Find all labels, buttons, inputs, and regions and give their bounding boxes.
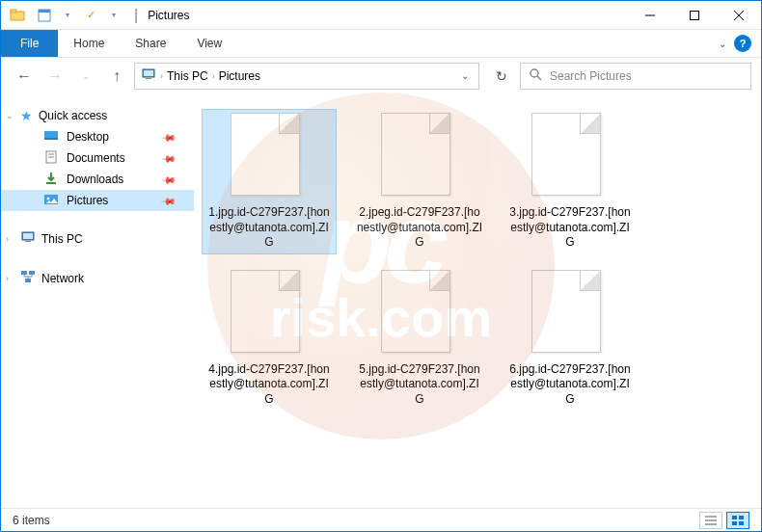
sidebar-label: Desktop [67,130,109,144]
sidebar-label: This PC [41,232,83,246]
up-button[interactable]: ↑ [103,63,130,90]
file-tab[interactable]: File [1,30,58,57]
chevron-down-icon: ⌄ [461,70,469,81]
breadcrumb-thispc[interactable]: This PC [167,69,208,83]
svg-rect-1 [11,10,16,13]
svg-rect-23 [25,241,31,242]
sidebar-item-network[interactable]: › Network [1,266,194,290]
qa-dropdown-icon[interactable]: ▾ [57,5,78,26]
ribbon-expand-icon[interactable]: ⌄ [719,39,726,49]
sidebar-item-desktop[interactable]: Desktop 📌 [1,126,194,147]
qa-dropdown2-icon[interactable]: ▾ [103,5,124,26]
svg-rect-10 [146,78,151,79]
item-count: 6 items [13,514,50,527]
svg-rect-31 [739,516,744,519]
minimize-button[interactable] [628,1,672,30]
svg-line-12 [537,76,541,80]
sidebar-label: Quick access [39,109,107,122]
sidebar-item-downloads[interactable]: Downloads 📌 [1,169,194,190]
statusbar: 6 items [1,508,761,531]
svg-rect-26 [25,279,31,282]
svg-rect-9 [144,70,153,76]
sidebar-item-documents[interactable]: Documents 📌 [1,147,194,169]
svg-rect-5 [691,11,699,19]
recent-dropdown-icon[interactable]: ⌄ [72,63,99,90]
svg-rect-30 [732,516,737,519]
svg-rect-33 [739,521,744,525]
pin-icon: 📌 [161,150,177,166]
chevron-right-icon[interactable]: › [6,234,9,244]
sidebar-label: Downloads [67,173,123,186]
breadcrumb-pictures[interactable]: Pictures [219,69,260,83]
file-icon [381,113,458,200]
downloads-icon [43,171,59,189]
chevron-right-icon[interactable]: › [160,71,163,81]
address-dropdown[interactable]: ⌄ [461,70,473,81]
file-grid: 1.jpg.id-C279F237.[honestly@tutanota.com… [202,109,753,412]
folder-icon [9,7,26,24]
explorer-window: ▾ ✓ ▾ | Pictures File Home Share View ⌄ [0,0,762,532]
properties-icon[interactable] [34,5,55,26]
file-icon [231,270,308,357]
view-tab[interactable]: View [181,30,237,57]
maximize-button[interactable] [672,1,717,30]
ribbon-tabs: File Home Share View ⌄ ? [1,30,761,57]
svg-rect-22 [23,233,33,239]
svg-point-20 [47,197,50,200]
pin-icon: 📌 [161,172,177,187]
file-icon [231,113,308,200]
titlebar-separator: | [134,7,138,24]
search-input[interactable]: Search Pictures [520,63,751,90]
help-icon[interactable]: ? [734,35,751,52]
sidebar-item-quick-access[interactable]: ⌄ ★ Quick access [1,105,194,126]
body: ⌄ ★ Quick access Desktop 📌 Documents 📌 D… [1,93,761,508]
back-button[interactable]: ← [11,63,38,90]
file-item[interactable]: 4.jpg.id-C279F237.[honestly@tutanota.com… [202,266,337,412]
svg-point-11 [531,69,538,77]
breadcrumb[interactable]: › This PC › Pictures ⌄ [134,63,479,90]
forward-button[interactable]: → [41,63,68,90]
file-item[interactable]: 6.jpg.id-C279F237.[honestly@tutanota.com… [503,266,638,412]
file-item[interactable]: 2.jpeg.id-C279F237.[honestly@tutanota.co… [352,109,487,254]
file-name: 2.jpeg.id-C279F237.[honestly@tutanota.co… [356,205,483,251]
file-pane[interactable]: 1.jpg.id-C279F237.[honestly@tutanota.com… [194,93,761,508]
search-placeholder: Search Pictures [550,69,632,83]
file-item[interactable]: 5.jpg.id-C279F237.[honestly@tutanota.com… [352,266,487,412]
quick-access-group: ⌄ ★ Quick access Desktop 📌 Documents 📌 D… [1,105,194,211]
documents-icon [43,149,59,168]
chevron-right-icon[interactable]: › [6,274,9,283]
window-controls [628,1,761,30]
sidebar: ⌄ ★ Quick access Desktop 📌 Documents 📌 D… [1,93,194,508]
file-name: 6.jpg.id-C279F237.[honestly@tutanota.com… [506,362,634,408]
close-button[interactable] [717,1,761,30]
checkmark-icon[interactable]: ✓ [80,5,101,26]
file-name: 3.jpg.id-C279F237.[honestly@tutanota.com… [506,205,634,251]
icons-view-button[interactable] [726,512,749,529]
sidebar-item-thispc[interactable]: › This PC [1,226,194,251]
file-item[interactable]: 3.jpg.id-C279F237.[honestly@tutanota.com… [503,109,638,254]
svg-rect-25 [29,271,35,275]
ribbon-right: ⌄ ? [719,30,761,57]
thispc-icon [141,66,156,85]
file-name: 1.jpg.id-C279F237.[honestly@tutanota.com… [205,205,333,251]
file-item[interactable]: 1.jpg.id-C279F237.[honestly@tutanota.com… [202,109,337,254]
chevron-right-icon[interactable]: › [212,71,215,81]
refresh-button[interactable]: ↻ [487,63,516,90]
svg-rect-3 [39,10,50,13]
view-switcher [699,512,749,529]
desktop-icon [43,128,59,146]
pin-icon: 📌 [161,193,177,208]
navbar: ← → ⌄ ↑ › This PC › Pictures ⌄ ↻ Search … [1,57,761,93]
home-tab[interactable]: Home [58,30,120,57]
titlebar-left: ▾ ✓ ▾ | Pictures [1,5,190,26]
sidebar-label: Pictures [67,194,108,207]
share-tab[interactable]: Share [120,30,181,57]
sidebar-label: Documents [67,151,125,165]
chevron-down-icon[interactable]: ⌄ [6,111,14,120]
sidebar-item-pictures[interactable]: Pictures 📌 [1,190,194,211]
svg-rect-24 [21,271,27,275]
details-view-button[interactable] [699,512,722,529]
file-icon [531,270,609,357]
thispc-group: › This PC [1,226,194,251]
file-name: 4.jpg.id-C279F237.[honestly@tutanota.com… [205,362,333,408]
